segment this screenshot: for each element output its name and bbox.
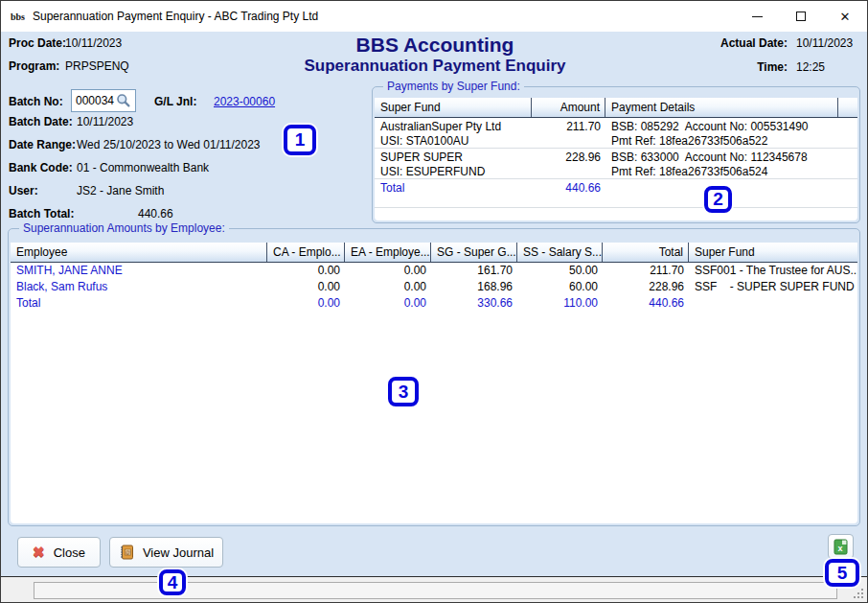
employee-row[interactable]: SMITH, JANE ANNE 0.00 0.00 161.70 50.00 … [11, 263, 857, 279]
app-window: bbs Superannuation Payment Enquiry - ABC… [0, 0, 868, 603]
employees-total-label: Total [11, 295, 267, 312]
bbs-logo-icon: bbs [10, 8, 27, 25]
employee-ss: 60.00 [517, 279, 603, 295]
view-journal-button[interactable]: @ View Journal [109, 537, 223, 568]
column-header-payment-details[interactable]: Payment Details [605, 98, 838, 117]
close-x-icon: ✖ [33, 544, 45, 561]
employees-total-sg: 330.66 [431, 295, 517, 312]
fund-name: SUPER SUPER [380, 151, 463, 164]
excel-icon: x [834, 539, 848, 555]
batch-total-label: Batch Total: [9, 207, 74, 220]
annotation-5: 5 [825, 559, 859, 587]
payment-detail-ref: Pmt Ref: 18fea26733f506a524 [611, 165, 767, 178]
column-header-filler [838, 98, 857, 117]
status-bar [1, 577, 867, 602]
annotation-4: 4 [159, 569, 186, 595]
employee-total: 228.96 [603, 279, 689, 295]
column-header-ea[interactable]: EA - Employe... [345, 243, 431, 262]
employee-ea: 0.00 [345, 279, 431, 295]
view-journal-button-label: View Journal [143, 545, 214, 560]
payment-detail-bsb: BSB: 085292 Account No: 005531490 [611, 120, 809, 133]
employees-group-label: Superannuation Amounts by Employee: [19, 221, 229, 236]
minimize-button[interactable] [735, 1, 779, 32]
app-title: BBS Accounting [243, 34, 627, 57]
maximize-icon [796, 12, 806, 21]
journal-icon: @ [119, 545, 134, 560]
employee-ea: 0.00 [345, 263, 431, 279]
employee-ca: 0.00 [267, 279, 345, 295]
svg-text:x: x [837, 543, 842, 552]
resize-grip-icon[interactable] [853, 588, 864, 599]
batch-no-input[interactable] [72, 91, 116, 110]
batch-no-field [71, 89, 136, 112]
employee-sg: 161.70 [431, 263, 517, 279]
employees-total-ea: 0.00 [345, 295, 431, 312]
payments-row[interactable]: AustralianSuper Pty LtdUSI: STA0100AU 21… [375, 118, 857, 149]
batch-no-label: Batch No: [9, 95, 63, 108]
payments-table: Super Fund Amount Payment Details Austra… [375, 98, 857, 220]
payments-groupbox: Payments by Super Fund: Super Fund Amoun… [372, 86, 860, 223]
column-header-super-fund[interactable]: Super Fund [375, 98, 532, 117]
payment-detail-ref: Pmt Ref: 18fea26733f506a522 [611, 134, 767, 148]
svg-text:bbs: bbs [11, 12, 25, 22]
window-controls: ✕ [735, 1, 867, 32]
annotation-2: 2 [704, 186, 732, 213]
batch-date-label: Batch Date: [9, 115, 73, 128]
export-excel-button[interactable]: x [828, 534, 854, 559]
batch-total-value: 440.66 [138, 207, 173, 220]
column-header-ca[interactable]: CA - Emplo... [267, 243, 345, 262]
column-header-sg[interactable]: SG - Super G... [431, 243, 517, 262]
employees-groupbox: Superannuation Amounts by Employee: Empl… [8, 228, 860, 526]
employee-name: Black, Sam Rufus [11, 279, 267, 295]
employee-ss: 50.00 [517, 263, 603, 279]
payment-amount: 228.96 [532, 149, 605, 178]
date-range-label: Date Range: [9, 138, 76, 151]
gl-jnl-label: G/L Jnl: [154, 95, 196, 108]
employees-total-ca: 0.00 [267, 295, 345, 312]
bank-code-label: Bank Code: [9, 161, 73, 174]
employee-sg: 168.96 [431, 279, 517, 295]
payments-group-label: Payments by Super Fund: [383, 80, 524, 94]
time-label: Time: [757, 60, 788, 74]
payments-row[interactable]: SUPER SUPERUSI: ESUPERFUND 228.96 BSB: 6… [375, 149, 857, 179]
search-icon[interactable] [116, 93, 131, 108]
main-content: Proc Date: 10/11/2023 Program: PRPSPENQ … [1, 32, 867, 577]
fund-name: AustralianSuper Pty Ltd [380, 120, 501, 133]
payments-total-row: Total 440.66 [375, 179, 857, 208]
column-header-total[interactable]: Total [603, 243, 689, 262]
payment-detail-bsb: BSB: 633000 Account No: 112345678 [611, 151, 808, 164]
proc-date-label: Proc Date: [9, 36, 66, 50]
batch-date-value: 10/11/2023 [77, 115, 133, 128]
close-icon: ✕ [840, 10, 851, 24]
annotation-3: 3 [388, 377, 419, 406]
close-window-button[interactable]: ✕ [823, 1, 867, 32]
window-title: Superannuation Payment Enquiry - ABC Tra… [33, 1, 318, 32]
close-button[interactable]: ✖ Close [17, 537, 101, 568]
screen-title: Superannuation Payment Enquiry [224, 57, 646, 76]
employees-table-header: Employee CA - Emplo... EA - Employe... S… [11, 243, 857, 263]
payments-total-value: 440.66 [532, 179, 605, 207]
employees-total-row: Total 0.00 0.00 330.66 110.00 440.66 [11, 295, 857, 312]
column-header-ss[interactable]: SS - Salary S... [517, 243, 603, 262]
column-header-employee[interactable]: Employee [11, 243, 267, 262]
gl-jnl-link[interactable]: 2023-00060 [214, 95, 275, 108]
employees-total-ss: 110.00 [517, 295, 603, 312]
employee-fund: SSF - SUPER SUPER FUND [689, 279, 857, 295]
user-label: User: [9, 184, 38, 197]
column-header-super-fund[interactable]: Super Fund [689, 243, 857, 262]
employee-total: 211.70 [603, 263, 689, 279]
payment-amount: 211.70 [532, 118, 605, 148]
time-value: 12:25 [796, 60, 859, 74]
maximize-button[interactable] [779, 1, 823, 32]
header-right: Actual Date: 10/11/2023 Time: 12:25 [720, 36, 859, 84]
employee-row[interactable]: Black, Sam Rufus 0.00 0.00 168.96 60.00 … [11, 279, 857, 295]
user-value: JS2 - Jane Smith [77, 184, 164, 197]
employee-ca: 0.00 [267, 263, 345, 279]
program-label: Program: [9, 59, 59, 73]
payments-table-header: Super Fund Amount Payment Details [375, 98, 857, 118]
column-header-amount[interactable]: Amount [532, 98, 605, 117]
minimize-icon [752, 16, 763, 17]
fund-usi: USI: ESUPERFUND [380, 165, 485, 178]
status-message-area [34, 582, 837, 599]
payments-total-label: Total [375, 179, 532, 207]
